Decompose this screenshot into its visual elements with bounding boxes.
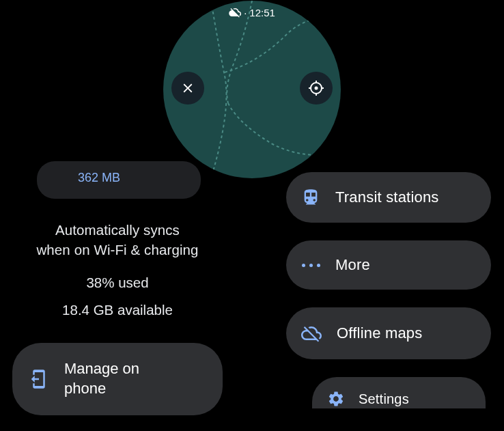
more-button[interactable]: More	[286, 240, 491, 290]
close-button[interactable]	[171, 72, 204, 105]
watch-face-map[interactable]: · 12:51	[163, 1, 341, 178]
manage-on-phone-button[interactable]: Manage on phone	[12, 343, 223, 415]
send-to-phone-icon	[29, 369, 49, 389]
settings-button[interactable]: Settings	[312, 377, 486, 408]
storage-chip[interactable]: 362 MB	[37, 161, 201, 199]
cloud-off-icon-2	[301, 323, 322, 344]
locate-button[interactable]	[300, 72, 333, 105]
storage-size: 362 MB	[78, 171, 120, 185]
more-icon	[301, 264, 320, 267]
sync-line-1: Automatically syncs	[55, 222, 180, 238]
gear-icon	[327, 390, 345, 408]
location-icon	[308, 80, 324, 96]
sync-line-2: when on Wi-Fi & charging	[36, 242, 198, 258]
transit-stations-button[interactable]: Transit stations	[286, 172, 491, 223]
manage-label: Manage on phone	[64, 359, 139, 398]
settings-label: Settings	[359, 391, 409, 407]
offline-label: Offline maps	[337, 324, 423, 342]
sync-text: Automatically syncs when on Wi-Fi & char…	[36, 221, 198, 260]
status-time: 12:51	[249, 7, 275, 18]
status-bar: · 12:51	[229, 6, 275, 18]
transit-label: Transit stations	[335, 189, 439, 206]
offline-maps-button[interactable]: Offline maps	[286, 307, 491, 359]
usage-available: 18.4 GB available	[62, 302, 173, 318]
transit-icon	[301, 188, 320, 207]
more-label: More	[335, 256, 370, 274]
status-separator: ·	[244, 7, 247, 18]
cloud-off-icon	[229, 6, 241, 18]
usage-percent: 38% used	[86, 275, 148, 291]
svg-point-1	[315, 87, 318, 90]
close-icon	[180, 81, 195, 96]
